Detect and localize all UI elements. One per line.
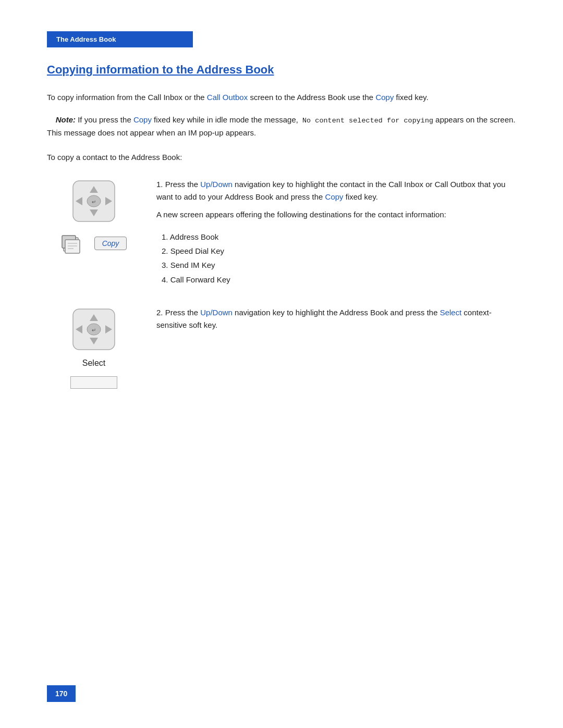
- nav-key-device-1: ↵: [63, 178, 125, 224]
- list-item: Speed Dial Key: [162, 245, 516, 257]
- step2-text-col: 2. Press the Up/Down navigation key to h…: [156, 306, 516, 337]
- step1-followup: A new screen appears offering the follow…: [156, 208, 516, 220]
- intro-text2: screen to the Address Book use the: [250, 93, 373, 102]
- note-block: Note: If you press the Copy fixed key wh…: [47, 114, 516, 139]
- call-outbox-link: Call Outbox: [207, 93, 248, 102]
- copy-intro: To copy a contact to the Address Book:: [47, 151, 516, 163]
- step1-updown-link: Up/Down: [200, 180, 232, 189]
- note-text2: fixed key while in idle mode the message…: [152, 115, 298, 124]
- page-container: The Address Book Copying information to …: [0, 0, 563, 728]
- copy-icon: [61, 232, 88, 254]
- footer-page-number: 170: [47, 685, 76, 702]
- step1-copy-link: Copy: [325, 192, 344, 201]
- intro-text3: fixed key.: [396, 93, 429, 102]
- svg-rect-9: [65, 240, 80, 253]
- list-item: Call Forward Key: [162, 274, 516, 286]
- header-banner: The Address Book: [47, 31, 193, 47]
- note-copy-link: Copy: [133, 115, 152, 124]
- copy-button-row: Copy: [61, 232, 127, 254]
- select-label-text: Select: [82, 359, 105, 368]
- step1-text-col: 1. Press the Up/Down navigation key to h…: [156, 178, 516, 288]
- list-item: Address Book: [162, 231, 516, 243]
- intro-paragraph: To copy information from the Call Inbox …: [47, 91, 516, 103]
- select-button-box: [70, 376, 117, 389]
- list-item: Send IM Key: [162, 259, 516, 271]
- svg-text:↵: ↵: [92, 199, 96, 205]
- note-label: Note:: [56, 115, 76, 124]
- step2-section: ↵ Select 2. Press the Up/Down navigation…: [47, 306, 516, 389]
- step1-number: 1. Press the Up/Down navigation key to h…: [156, 178, 516, 203]
- page-title: Copying information to the Address Book: [47, 63, 516, 77]
- note-code: No content selected for copying: [298, 117, 433, 125]
- destinations-list: Address Book Speed Dial Key Send IM Key …: [162, 231, 516, 286]
- intro-text1: To copy information from the Call Inbox …: [47, 93, 205, 102]
- header-banner-text: The Address Book: [56, 35, 116, 43]
- step1-image-col: ↵ Copy: [47, 178, 141, 254]
- copy-link-intro: Copy: [375, 93, 394, 102]
- step1-section: ↵ Copy 1.: [47, 178, 516, 288]
- step2-select-link: Select: [440, 308, 462, 317]
- copy-fixed-key: Copy: [94, 237, 127, 250]
- step2-number: 2. Press the Up/Down navigation key to h…: [156, 306, 516, 331]
- step2-image-col: ↵ Select: [47, 306, 141, 389]
- nav-key-device-2: ↵: [63, 306, 125, 352]
- step2-updown-link: Up/Down: [200, 308, 232, 317]
- note-text1: If you press the: [76, 115, 133, 124]
- svg-text:↵: ↵: [92, 327, 96, 333]
